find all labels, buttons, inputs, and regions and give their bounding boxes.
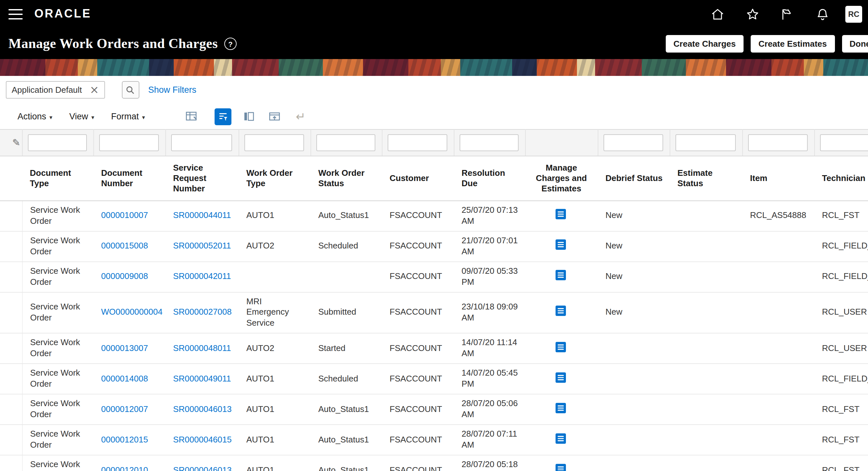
search-button[interactable] xyxy=(122,81,139,98)
edit-pencil-icon xyxy=(12,137,21,149)
table-row[interactable]: Service Work Order WO0000000004 SR000002… xyxy=(0,292,868,333)
document-number-link[interactable]: 0000012015 xyxy=(93,425,165,455)
done-button[interactable]: Done xyxy=(842,35,868,53)
service-request-number-link[interactable]: SR0000048011 xyxy=(165,333,239,364)
document-number-link[interactable]: 0000009008 xyxy=(93,261,165,292)
filter-input-resolution-due[interactable] xyxy=(459,134,518,151)
row-selector-cell[interactable] xyxy=(0,231,22,261)
cell-estimate-status xyxy=(670,394,742,425)
row-selector-header xyxy=(0,156,22,201)
row-selector-cell[interactable] xyxy=(0,201,22,231)
filter-input-debrief-status[interactable] xyxy=(603,134,663,151)
col-header-technician[interactable]: Technician xyxy=(814,156,868,201)
cell-technician: RCL_FST xyxy=(814,394,868,425)
filter-input-technician[interactable] xyxy=(820,134,868,151)
document-number-link[interactable]: 0000012010 xyxy=(93,455,165,471)
col-header-service-request-number[interactable]: Service Request Number xyxy=(165,156,239,201)
filter-input-estimate-status[interactable] xyxy=(675,134,736,151)
actions-menu[interactable]: Actions xyxy=(18,112,53,121)
user-avatar[interactable]: RC xyxy=(845,6,862,23)
table-row[interactable]: Service Work Order 0000012010 SR00000460… xyxy=(0,455,868,471)
table-row[interactable]: Service Work Order 0000014008 SR00000490… xyxy=(0,364,868,394)
table-row[interactable]: Service Work Order 0000012007 SR00000460… xyxy=(0,394,868,425)
notifications-bell-icon[interactable] xyxy=(815,7,830,22)
col-header-item[interactable]: Item xyxy=(742,156,814,201)
service-request-number-link[interactable]: SR0000046013 xyxy=(165,455,239,471)
col-header-resolution-due[interactable]: Resolution Due xyxy=(454,156,525,201)
row-selector-cell[interactable] xyxy=(0,364,22,394)
saved-search-chip[interactable]: Application Default xyxy=(6,81,105,98)
col-header-work-order-type[interactable]: Work Order Type xyxy=(239,156,311,201)
table-row[interactable]: Service Work Order 0000012015 SR00000460… xyxy=(0,425,868,455)
row-selector-cell[interactable] xyxy=(0,425,22,455)
table-grid-icon[interactable] xyxy=(185,111,197,122)
table-row[interactable]: Service Work Order 0000010007 SR00000440… xyxy=(0,201,868,231)
create-charges-button[interactable]: Create Charges xyxy=(666,35,744,53)
filter-input-work-order-type[interactable] xyxy=(244,134,304,151)
col-header-estimate-status[interactable]: Estimate Status xyxy=(670,156,742,201)
document-number-link[interactable]: 0000012007 xyxy=(93,394,165,425)
document-number-link[interactable]: 0000013007 xyxy=(93,333,165,364)
col-header-manage-charges[interactable]: Manage Charges and Estimates xyxy=(525,156,598,201)
cell-item xyxy=(742,425,814,455)
row-selector-cell[interactable] xyxy=(0,261,22,292)
format-menu[interactable]: Format xyxy=(111,112,145,121)
table-row[interactable]: Service Work Order 0000015008 SR00000520… xyxy=(0,231,868,261)
wrap-button xyxy=(292,108,309,125)
document-number-link[interactable]: 0000014008 xyxy=(93,364,165,394)
cell-resolution-due: 28/07/20 05:18 AM xyxy=(454,455,525,471)
favorites-star-icon[interactable] xyxy=(745,7,760,22)
service-request-number-link[interactable]: SR0000046013 xyxy=(165,394,239,425)
table-row[interactable]: Service Work Order 0000013007 SR00000480… xyxy=(0,333,868,364)
filter-input-work-order-status[interactable] xyxy=(316,134,375,151)
manage-charges-icon[interactable] xyxy=(556,433,566,444)
view-menu[interactable]: View xyxy=(69,112,94,121)
filter-input-service-request-number[interactable] xyxy=(171,134,232,151)
filter-input-item[interactable] xyxy=(748,134,807,151)
col-header-customer[interactable]: Customer xyxy=(382,156,454,201)
home-icon[interactable] xyxy=(711,7,725,22)
filter-input-customer[interactable] xyxy=(387,134,447,151)
cell-customer: FSACCOUNT xyxy=(382,261,454,292)
row-selector-cell[interactable] xyxy=(0,455,22,471)
filter-input-document-number[interactable] xyxy=(99,134,158,151)
row-selector-cell[interactable] xyxy=(0,292,22,333)
manage-charges-icon[interactable] xyxy=(556,342,566,352)
close-icon[interactable] xyxy=(90,84,99,95)
service-request-number-link[interactable]: SR0000042011 xyxy=(165,261,239,292)
manage-charges-icon[interactable] xyxy=(556,306,566,316)
row-selector-cell[interactable] xyxy=(0,394,22,425)
show-filters-link[interactable]: Show Filters xyxy=(148,85,196,95)
cell-resolution-due: 21/07/20 07:01 AM xyxy=(454,231,525,261)
detach-button[interactable] xyxy=(266,108,283,125)
manage-charges-icon[interactable] xyxy=(556,464,566,471)
service-request-number-link[interactable]: SR0000046015 xyxy=(165,425,239,455)
create-estimates-button[interactable]: Create Estimates xyxy=(751,35,835,53)
help-icon[interactable]: ? xyxy=(224,38,237,50)
filter-input-document-type[interactable] xyxy=(28,134,87,151)
table-row[interactable]: Service Work Order 0000009008 SR00000420… xyxy=(0,261,868,292)
service-request-number-link[interactable]: SR0000027008 xyxy=(165,292,239,333)
manage-charges-icon[interactable] xyxy=(556,270,566,280)
service-request-number-link[interactable]: SR0000052011 xyxy=(165,231,239,261)
row-selector-cell[interactable] xyxy=(0,333,22,364)
manage-charges-icon[interactable] xyxy=(556,373,566,383)
document-number-link[interactable]: WO0000000004 xyxy=(93,292,165,333)
cell-estimate-status xyxy=(670,425,742,455)
cell-manage-charges xyxy=(525,201,598,231)
query-by-example-active-button[interactable] xyxy=(214,108,231,125)
freeze-button[interactable] xyxy=(240,108,257,125)
manage-charges-icon[interactable] xyxy=(556,403,566,413)
hamburger-menu-icon[interactable] xyxy=(8,9,23,20)
document-number-link[interactable]: 0000015008 xyxy=(93,231,165,261)
col-header-document-number[interactable]: Document Number xyxy=(93,156,165,201)
service-request-number-link[interactable]: SR0000049011 xyxy=(165,364,239,394)
col-header-work-order-status[interactable]: Work Order Status xyxy=(311,156,382,201)
document-number-link[interactable]: 0000010007 xyxy=(93,201,165,231)
col-header-document-type[interactable]: Document Type xyxy=(22,156,93,201)
manage-charges-icon[interactable] xyxy=(556,239,566,250)
service-request-number-link[interactable]: SR0000044011 xyxy=(165,201,239,231)
flag-icon[interactable] xyxy=(780,7,795,22)
manage-charges-icon[interactable] xyxy=(556,209,566,219)
col-header-debrief-status[interactable]: Debrief Status xyxy=(598,156,670,201)
